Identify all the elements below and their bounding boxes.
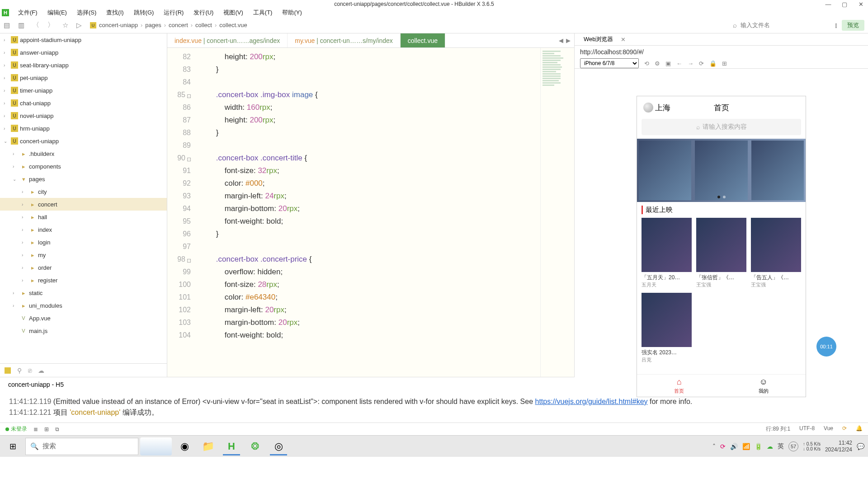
tree-item-order[interactable]: ›▸order [0,261,167,274]
menu-edit[interactable]: 编辑(E) [43,8,71,18]
tab-index[interactable]: index.vue | concert-un……ages/index [167,33,288,47]
onedrive-icon[interactable]: ☁ [767,443,773,450]
tree-item-pet-uniapp[interactable]: ›Upet-uniapp [0,71,167,84]
tree-item-register[interactable]: ›▸register [0,274,167,286]
encoding[interactable]: UTF-8 [799,425,815,433]
tray-badge[interactable]: 57 [788,441,798,451]
tabbar-home[interactable]: ⌂ 首页 [637,375,722,397]
ime-indicator[interactable]: 英 [778,442,784,450]
nav-back-icon[interactable]: 〈 [33,21,39,29]
tree-item-main.js[interactable]: Vmain.js [0,324,167,337]
screenshot-icon[interactable]: ▣ [665,60,671,67]
menu-select[interactable]: 选择(S) [72,8,101,18]
device-select[interactable]: iPhone 6/7/8 [580,58,639,68]
preview-button[interactable]: 预览 [842,20,864,31]
tree-item-login[interactable]: ›▸login [0,236,167,249]
language-mode[interactable]: Vue [824,425,833,433]
login-status[interactable]: 未登录 [5,425,27,433]
code-content[interactable]: height: 200rpx; } .concert-box .img-box … [194,48,540,377]
taskbar-search[interactable]: 🔍 搜索 [25,438,138,455]
tree-item-concert-uniapp[interactable]: ⌄Uconcert-uniapp [0,135,167,147]
tab-prev-icon[interactable]: ◀ [559,37,563,44]
sidebar-launch-icon[interactable] [5,367,11,374]
tree-item-hrm-uniapp[interactable]: ›Uhrm-uniapp [0,122,167,135]
sync-icon[interactable]: ⟳ [842,425,847,433]
search-icon[interactable]: ⌕ [733,21,737,29]
tree-item-appoint-stadium-uniapp[interactable]: ›Uappoint-stadium-uniapp [0,33,167,46]
tree-item-uni_modules[interactable]: ›▸uni_modules [0,299,167,312]
concert-card[interactable]: 「张信哲」《… 王宝强 [696,218,746,288]
tree-item-App.vue[interactable]: VApp.vue [0,312,167,324]
preview-tab[interactable]: Web浏览器 [580,33,617,45]
tree-item-pages[interactable]: ⌄▾pages [0,173,167,185]
back-icon[interactable]: ← [676,60,682,67]
link-icon[interactable]: ⧉ [55,426,59,432]
menu-find[interactable]: 查找(I) [102,8,128,18]
chrome-icon[interactable]: ◎ [268,437,289,455]
concert-card[interactable]: 「告五人」《… 王宝强 [751,218,801,288]
filter-icon[interactable]: ⫿ [835,21,838,29]
phone-simulator[interactable]: 上海 首页 ⌕ 请输入搜索内容 最近上映 「五月天」20… 五月天 [637,96,806,397]
save-icon[interactable]: ▥ [18,21,24,29]
outline-icon[interactable]: ⚲ [17,367,22,374]
tree-item-components[interactable]: ›▸components [0,160,167,173]
refresh-icon[interactable]: ⟳ [699,60,704,67]
tree-item-my[interactable]: ›▸my [0,249,167,261]
wechat-icon[interactable]: ❂ [244,437,266,455]
terminal-icon[interactable]: ⎚ [28,367,32,374]
rotate-icon[interactable]: ⟲ [644,60,649,67]
city-picker[interactable]: 上海 [643,103,670,113]
nav-forward-icon[interactable]: 〉 [47,21,54,29]
preview-tab-close-icon[interactable]: ✕ [621,36,626,43]
menu-tools[interactable]: 工具(T) [249,8,277,18]
crumb-0[interactable]: concert-uniapp [99,22,138,28]
tree-item-seat-library-uniapp[interactable]: ›Useat-library-uniapp [0,59,167,71]
recording-timer[interactable]: 00:11 [816,337,836,357]
tree-item-city[interactable]: ›▸city [0,185,167,198]
weather-widget[interactable] [140,437,172,455]
menu-run[interactable]: 运行(R) [159,8,188,18]
start-button[interactable]: ⊞ [2,437,24,455]
breadcrumb[interactable]: U concert-uniapp› pages› concert› collec… [90,22,247,28]
tab-my[interactable]: my.vue | concert-un……s/my/index [288,33,401,47]
list-icon[interactable]: ≣ [33,426,38,432]
concert-card[interactable]: 强实名 2023… 吕克 [642,293,692,363]
tree-item-concert[interactable]: ›▸concert [0,198,167,211]
concert-card[interactable]: 「五月天」20… 五月天 [642,218,692,288]
lock-icon[interactable]: 🔒 [709,60,717,67]
eclipse-icon[interactable]: ◉ [174,437,195,455]
tray-expand-icon[interactable]: ˄ [712,443,716,450]
qr-icon[interactable]: ⊞ [722,60,727,67]
menu-help[interactable]: 帮助(Y) [278,8,306,18]
crumb-2[interactable]: concert [169,22,188,28]
tabbar-mine[interactable]: ☺ 我的 [722,375,806,397]
star-icon[interactable]: ☆ [62,21,68,29]
menu-publish[interactable]: 发行(U) [189,8,218,18]
tree-item-.hbuilderx[interactable]: ›▸.hbuilderx [0,147,167,160]
crumb-3[interactable]: collect [195,22,212,28]
menu-goto[interactable]: 跳转(G) [129,8,159,18]
toggle-sidebar-icon[interactable]: ▤ [4,21,10,29]
minimap[interactable] [540,48,574,377]
vue-docs-link[interactable]: https://vuejs.org/guide/list.html#key [535,398,648,405]
tree-item-answer-uniapp[interactable]: ›Uanswer-uniapp [0,46,167,59]
console-tab-title[interactable]: concert-uniapp - H5 [8,381,64,388]
notifications-icon[interactable]: 💬 [857,443,864,450]
run-icon[interactable]: ▷ [76,21,82,29]
crumb-4[interactable]: collect.vue [219,22,247,28]
tree-item-timer-uniapp[interactable]: ›Utimer-uniapp [0,84,167,97]
tree-item-chat-uniapp[interactable]: ›Uchat-uniapp [0,97,167,109]
tree-item-hall[interactable]: ›▸hall [0,211,167,223]
tree-item-static[interactable]: ›▸static [0,286,167,299]
cloud-icon[interactable]: ☁ [38,367,44,374]
close-icon[interactable]: ✕ [857,1,864,8]
wifi-icon[interactable]: 📶 [742,443,750,450]
banner-carousel[interactable] [637,139,806,202]
line-gutter[interactable]: 82838485-8687888990-9192939495969798-991… [167,48,194,377]
crumb-1[interactable]: pages [145,22,161,28]
grid-icon[interactable]: ⊞ [44,426,49,432]
minimize-icon[interactable]: — [825,1,832,8]
menu-view[interactable]: 视图(V) [219,8,247,18]
preview-url[interactable]: http://localhost:8090/#/ [575,46,868,58]
tree-item-index[interactable]: ›▸index [0,223,167,236]
